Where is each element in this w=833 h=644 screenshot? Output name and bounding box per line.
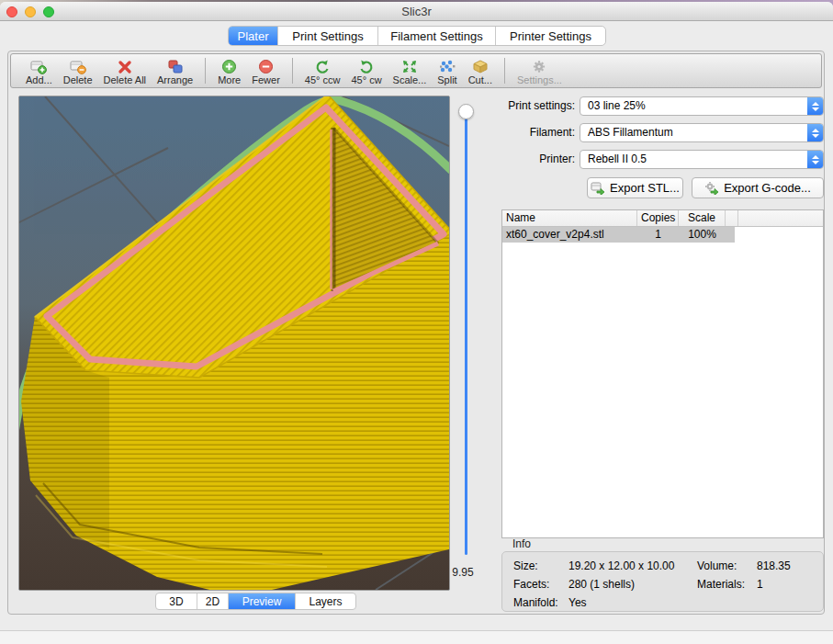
column-header-copies[interactable]: Copies bbox=[637, 210, 679, 226]
add-icon bbox=[29, 59, 48, 74]
toolbar: Add... Delete Delete All Arrange bbox=[10, 53, 822, 88]
more-button[interactable]: More bbox=[212, 55, 246, 86]
column-header-name[interactable]: Name bbox=[502, 210, 637, 226]
export-gcode-button[interactable]: Export G-code... bbox=[692, 177, 824, 198]
status-bar bbox=[0, 630, 833, 644]
rotate-cw-icon bbox=[358, 59, 375, 74]
arrange-icon bbox=[166, 59, 185, 74]
object-list-header: Name Copies Scale bbox=[502, 210, 823, 227]
main-tab-bar: Plater Print Settings Filament Settings … bbox=[228, 26, 606, 46]
export-gcode-label: Export G-code... bbox=[724, 181, 811, 195]
tab-filament-settings[interactable]: Filament Settings bbox=[378, 27, 496, 45]
dropdown-stepper-icon bbox=[807, 97, 823, 115]
gear-icon bbox=[531, 59, 547, 74]
layer-slider-value: 9.95 bbox=[444, 566, 482, 579]
column-header-extra bbox=[726, 210, 738, 226]
printer-select[interactable]: Rebell II 0.5 bbox=[580, 150, 824, 169]
app-window: Slic3r Plater Print Settings Filament Se… bbox=[0, 2, 833, 644]
fewer-icon bbox=[258, 59, 274, 74]
print-settings-select[interactable]: 03 line 25% bbox=[580, 96, 824, 116]
printer-label: Printer: bbox=[501, 150, 575, 169]
scale-button[interactable]: Scale... bbox=[388, 55, 433, 86]
fewer-button[interactable]: Fewer bbox=[246, 55, 286, 86]
split-icon bbox=[439, 59, 456, 74]
filament-select[interactable]: ABS Fillamentum bbox=[580, 123, 824, 142]
export-stl-label: Export STL... bbox=[610, 181, 680, 195]
scale-icon bbox=[401, 59, 418, 74]
dropdown-stepper-icon bbox=[807, 151, 823, 168]
delete-all-icon bbox=[117, 59, 133, 74]
size-value: 19.20 x 12.00 x 10.00 bbox=[568, 559, 674, 572]
tab-print-settings[interactable]: Print Settings bbox=[278, 27, 378, 45]
rotate-ccw-icon bbox=[314, 59, 331, 74]
export-stl-button[interactable]: Export STL... bbox=[587, 177, 683, 198]
view-tab-layers[interactable]: Layers bbox=[296, 593, 355, 609]
materials-label: Materials: bbox=[697, 578, 745, 591]
print-settings-value: 03 line 25% bbox=[588, 99, 646, 112]
rotate-cw-button[interactable]: 45° cw bbox=[345, 55, 387, 86]
settings-button[interactable]: Settings... bbox=[512, 55, 568, 86]
dropdown-stepper-icon bbox=[807, 124, 823, 141]
cut-button[interactable]: Cut... bbox=[463, 55, 498, 86]
filament-value: ABS Fillamentum bbox=[588, 126, 673, 139]
add-button[interactable]: Add... bbox=[20, 55, 58, 86]
print-settings-label: Print settings: bbox=[501, 96, 575, 116]
volume-value: 818.35 bbox=[757, 559, 791, 572]
split-button[interactable]: Split bbox=[432, 55, 462, 86]
delete-button[interactable]: Delete bbox=[58, 55, 98, 86]
printer-value: Rebell II 0.5 bbox=[588, 153, 647, 165]
rotate-ccw-button[interactable]: 45° ccw bbox=[299, 55, 346, 86]
layer-slider-track[interactable] bbox=[465, 119, 467, 555]
filament-label: Filament: bbox=[501, 123, 575, 142]
object-list: Name Copies Scale xt60_cover_v2p4.stl 1 … bbox=[501, 209, 824, 538]
window-title: Slic3r bbox=[0, 5, 833, 18]
object-copies-cell: 1 bbox=[637, 227, 679, 243]
tab-printer-settings[interactable]: Printer Settings bbox=[496, 27, 605, 45]
export-gcode-icon bbox=[704, 181, 719, 195]
facets-label: Facets: bbox=[513, 578, 549, 591]
cut-icon bbox=[472, 59, 489, 74]
delete-icon bbox=[69, 59, 87, 74]
info-panel: Size: 19.20 x 12.00 x 10.00 Volume: 818.… bbox=[501, 551, 824, 612]
more-icon bbox=[221, 59, 237, 74]
volume-label: Volume: bbox=[697, 559, 737, 572]
column-header-scale[interactable]: Scale bbox=[679, 210, 726, 226]
size-label: Size: bbox=[513, 559, 538, 572]
toolbar-separator bbox=[292, 58, 293, 84]
viewport-canvas bbox=[19, 96, 449, 590]
viewport-3d-preview[interactable] bbox=[18, 96, 450, 591]
layer-slider-handle[interactable] bbox=[458, 104, 474, 119]
tab-plater[interactable]: Plater bbox=[229, 27, 278, 45]
view-tab-3d[interactable]: 3D bbox=[156, 593, 197, 609]
manifold-label: Manifold: bbox=[513, 596, 558, 609]
view-tab-bar: 3D 2D Preview Layers bbox=[155, 593, 356, 610]
delete-all-button[interactable]: Delete All bbox=[98, 55, 152, 86]
toolbar-separator bbox=[504, 58, 505, 84]
plater-panel: Add... Delete Delete All Arrange bbox=[7, 51, 825, 615]
object-scale-cell: 100% bbox=[679, 227, 726, 243]
materials-value: 1 bbox=[757, 578, 763, 591]
export-stl-icon bbox=[591, 181, 605, 195]
arrange-button[interactable]: Arrange bbox=[152, 55, 198, 86]
info-group-title: Info bbox=[512, 537, 531, 550]
view-tab-2d[interactable]: 2D bbox=[197, 593, 229, 609]
table-row[interactable]: xt60_cover_v2p4.stl 1 100% bbox=[502, 227, 735, 243]
manifold-value: Yes bbox=[568, 596, 587, 609]
toolbar-separator bbox=[205, 58, 206, 84]
view-tab-preview[interactable]: Preview bbox=[229, 593, 296, 609]
object-name-cell: xt60_cover_v2p4.stl bbox=[502, 227, 637, 243]
facets-value: 280 (1 shells) bbox=[568, 578, 635, 591]
title-bar: Slic3r bbox=[0, 2, 833, 21]
